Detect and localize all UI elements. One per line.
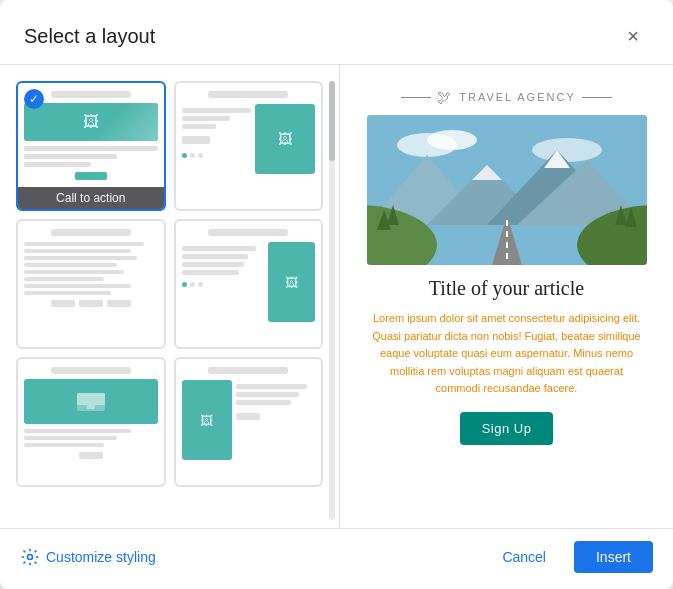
mini-buttons bbox=[24, 300, 158, 307]
mini-text-lines bbox=[24, 146, 158, 167]
preview-card: 🕊 TRAVEL AGENCY bbox=[367, 89, 647, 445]
brand-bird-icon: 🕊 bbox=[437, 89, 453, 105]
mini-body-right bbox=[236, 380, 315, 460]
mini-line bbox=[182, 116, 231, 121]
layout-panel: ✓ 🖼 Call to action bbox=[0, 65, 340, 528]
l3-line bbox=[24, 263, 117, 267]
mini-dots bbox=[182, 153, 251, 158]
mini-line bbox=[182, 270, 240, 275]
l3-line bbox=[24, 443, 104, 447]
dialog-header: Select a layout × bbox=[0, 0, 673, 65]
preview-body-text: Lorem ipsum dolor sit amet consectetur a… bbox=[367, 310, 647, 398]
mini-btn-placeholder bbox=[182, 136, 210, 144]
mini-header-bar bbox=[208, 367, 288, 374]
layout-grid: ✓ 🖼 Call to action bbox=[16, 81, 331, 487]
cancel-button[interactable]: Cancel bbox=[486, 541, 562, 573]
insert-button[interactable]: Insert bbox=[574, 541, 653, 573]
image-icon: 🖼 bbox=[83, 113, 99, 131]
mini-dots bbox=[182, 282, 265, 287]
mini-header-bar bbox=[51, 367, 131, 374]
mini-teal-col: 🖼 bbox=[255, 104, 315, 174]
mini-header-bar bbox=[51, 229, 131, 236]
layout-item-2[interactable]: 🖼 bbox=[174, 81, 324, 211]
l3-line bbox=[24, 249, 131, 253]
l3-line bbox=[24, 277, 104, 281]
dot bbox=[190, 282, 195, 287]
dialog-body: ✓ 🖼 Call to action bbox=[0, 65, 673, 528]
brand-line-left bbox=[401, 97, 431, 98]
footer-actions: Cancel Insert bbox=[486, 541, 653, 573]
mini-btn bbox=[51, 300, 75, 307]
scrollbar-track[interactable] bbox=[329, 81, 335, 520]
mini-btn bbox=[79, 300, 103, 307]
l3-line bbox=[24, 270, 124, 274]
svg-point-2 bbox=[427, 130, 477, 150]
mini-line bbox=[182, 246, 257, 251]
mini-hero-image: 🖼 bbox=[24, 103, 158, 141]
preview-brand: 🕊 TRAVEL AGENCY bbox=[367, 89, 647, 105]
preview-article-title: Title of your article bbox=[367, 277, 647, 300]
mini-line bbox=[236, 392, 299, 397]
mini-sidebar-layout: 🖼 bbox=[182, 242, 316, 322]
l3-line bbox=[24, 256, 137, 260]
mini-col-content bbox=[182, 104, 251, 174]
l3-line bbox=[24, 284, 131, 288]
mini-text-block bbox=[24, 242, 158, 295]
dot bbox=[190, 153, 195, 158]
mini-cta-button bbox=[75, 172, 107, 180]
scrollbar-thumb[interactable] bbox=[329, 81, 335, 161]
mini-header-bar bbox=[208, 229, 288, 236]
mini-btn bbox=[107, 300, 131, 307]
close-button[interactable]: × bbox=[617, 20, 649, 52]
customize-styling-button[interactable]: Customize styling bbox=[20, 547, 156, 567]
selected-check: ✓ bbox=[24, 89, 44, 109]
mini-line-2 bbox=[24, 154, 117, 159]
layout-item-6[interactable]: 🖼 bbox=[174, 357, 324, 487]
mini-hero-block: 🖼 bbox=[24, 103, 158, 141]
brand-line-right bbox=[582, 97, 612, 98]
mini-line bbox=[182, 262, 244, 267]
layout-item-4[interactable]: 🖼 bbox=[174, 219, 324, 349]
mini-header-bar bbox=[51, 91, 131, 98]
preview-cta-button[interactable]: Sign Up bbox=[460, 412, 554, 445]
mini-line-3 bbox=[24, 162, 91, 167]
layout-item-call-to-action[interactable]: ✓ 🖼 Call to action bbox=[16, 81, 166, 211]
monitor-icon bbox=[77, 393, 105, 411]
l3-line bbox=[24, 429, 131, 433]
mini-line-1 bbox=[24, 146, 158, 151]
dot bbox=[198, 153, 203, 158]
mini-line bbox=[236, 384, 307, 389]
mini-teal-sidebar: 🖼 bbox=[268, 242, 315, 322]
mini-line bbox=[182, 108, 251, 113]
preview-hero-image bbox=[367, 115, 647, 265]
layout-item-label: Call to action bbox=[18, 187, 164, 209]
l3-line bbox=[24, 436, 117, 440]
mini-header-bar bbox=[208, 91, 288, 98]
mini-line bbox=[182, 254, 248, 259]
dot bbox=[182, 282, 187, 287]
mini-btn bbox=[79, 452, 103, 459]
mini-line bbox=[236, 400, 291, 405]
customize-label: Customize styling bbox=[46, 549, 156, 565]
svg-point-18 bbox=[28, 555, 33, 560]
customize-icon bbox=[20, 547, 40, 567]
mini-text-block bbox=[24, 429, 158, 447]
mini-line bbox=[182, 124, 217, 129]
dot bbox=[182, 153, 187, 158]
l3-line bbox=[24, 242, 144, 246]
dot bbox=[198, 282, 203, 287]
hero-svg bbox=[367, 115, 647, 265]
select-layout-dialog: Select a layout × ✓ 🖼 bbox=[0, 0, 673, 589]
brand-name: TRAVEL AGENCY bbox=[459, 91, 575, 103]
dialog-footer: Customize styling Cancel Insert bbox=[0, 528, 673, 589]
svg-point-3 bbox=[532, 138, 602, 162]
mini-buttons bbox=[24, 452, 158, 459]
l3-line bbox=[24, 291, 111, 295]
mini-wide-hero bbox=[24, 379, 158, 424]
dialog-title: Select a layout bbox=[24, 25, 155, 48]
layout-item-5[interactable] bbox=[16, 357, 166, 487]
layout-item-3[interactable] bbox=[16, 219, 166, 349]
mini-sidebar-body bbox=[182, 242, 265, 322]
mini-sidebar-layout-6: 🖼 bbox=[182, 380, 316, 460]
mini-btn-sm bbox=[236, 413, 260, 420]
